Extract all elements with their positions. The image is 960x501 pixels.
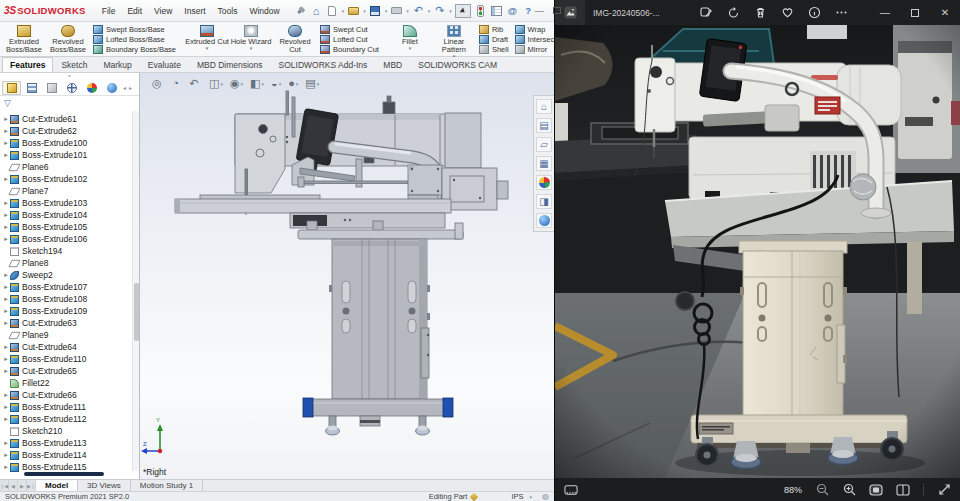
tree-item[interactable]: ▸ Boss-Extrude110 <box>0 353 132 365</box>
viewport-tool-icon[interactable]: ◧ ▾ <box>250 78 264 89</box>
previous-tab-icon[interactable]: ◀ <box>9 480 18 491</box>
commandmanager-button[interactable]: Revolved Boss/Base ▾ <box>46 23 90 55</box>
expand-arrow-icon[interactable]: ▸ <box>2 391 10 399</box>
expand-arrow-icon[interactable]: ▸ <box>2 115 10 123</box>
tree-item[interactable]: ▸ Boss-Extrude105 <box>0 221 132 233</box>
expand-arrow-icon[interactable]: ▸ <box>2 223 10 231</box>
close-button[interactable]: × <box>570 5 576 17</box>
fullscreen-icon[interactable] <box>937 483 951 497</box>
see-more-icon[interactable] <box>834 6 848 20</box>
filmstrip-icon[interactable] <box>564 483 578 497</box>
commandmanager-button[interactable]: Boundary Cut <box>320 44 379 54</box>
scrollbar-thumb[interactable] <box>134 283 139 341</box>
expand-arrow-icon[interactable]: ▸ <box>2 343 10 351</box>
tree-item[interactable]: ▸ Boss-Extrude101 <box>0 149 132 161</box>
tree-item[interactable]: ▸ Cut-Extrude65 <box>0 365 132 377</box>
commandmanager-button[interactable]: Fillet ▾ <box>388 23 432 55</box>
file-info-icon[interactable] <box>807 6 821 20</box>
scroll-right-icon[interactable]: ▸ <box>128 84 133 91</box>
tree-item[interactable]: ▸ Sketch194 <box>0 245 132 257</box>
tree-item[interactable]: ▸ Cut-Extrude61 <box>0 113 132 125</box>
menu-item[interactable]: Window <box>243 6 285 16</box>
tree-item[interactable]: ▸ Boss-Extrude109 <box>0 305 132 317</box>
tree-item[interactable]: ▸ Cut-Extrude66 <box>0 389 132 401</box>
chevron-down-icon[interactable]: ▾ <box>530 494 533 500</box>
graphics-area[interactable]: ◎ ▾ ◔ ▾ ↶ ▾ ◫ ▾ <box>0 73 554 479</box>
tree-item[interactable]: ▸ Fillet22 <box>0 377 132 389</box>
favorite-icon[interactable] <box>780 6 794 20</box>
chevron-down-icon[interactable]: ▾ <box>385 8 388 14</box>
units-label[interactable]: IPS <box>511 492 523 501</box>
print-icon[interactable] <box>390 4 403 18</box>
expand-arrow-icon[interactable]: ▸ <box>2 127 10 135</box>
commandmanager-button[interactable]: Extruded Boss/Base ▾ <box>2 23 46 55</box>
rotate-icon[interactable] <box>726 6 740 20</box>
ribbon-tab[interactable]: SOLIDWORKS Add-Ins <box>271 57 376 72</box>
maximize-button[interactable] <box>900 0 930 25</box>
tree-item[interactable]: ▸ Plane9 <box>0 329 132 341</box>
panel-tab[interactable] <box>82 81 101 95</box>
expand-arrow-icon[interactable]: ▸ <box>2 307 10 315</box>
taskpane-icon[interactable] <box>536 213 552 228</box>
ribbon-tab[interactable]: Sketch <box>53 57 95 72</box>
rollback-bar[interactable] <box>24 472 104 476</box>
expand-arrow-icon[interactable]: ▸ <box>2 367 10 375</box>
expand-arrow-icon[interactable]: ▸ <box>2 271 10 279</box>
tree-item[interactable]: ▸ Boss-Extrude107 <box>0 281 132 293</box>
maximize-button[interactable] <box>553 7 561 14</box>
zoom-out-icon[interactable] <box>815 483 829 497</box>
menu-item[interactable]: File <box>96 6 122 16</box>
viewport-tool-icon[interactable]: ◎ ▾ <box>152 78 165 89</box>
commandmanager-button[interactable]: Boundary Boss/Base <box>93 44 176 54</box>
tree-item[interactable]: ▸ Boss-Extrude100 <box>0 137 132 149</box>
viewport-tool-icon[interactable]: ● ▾ <box>288 78 298 89</box>
menu-item[interactable]: View <box>148 6 178 16</box>
viewport-tool-icon[interactable]: ◔ ▾ <box>172 78 182 89</box>
commandmanager-button[interactable]: Swept Boss/Base <box>93 24 176 34</box>
ribbon-tab[interactable]: MBD <box>375 57 410 72</box>
expand-arrow-icon[interactable]: ▸ <box>2 283 10 291</box>
chevron-down-icon[interactable]: ▾ <box>428 8 431 14</box>
fit-to-window-icon[interactable] <box>869 483 883 497</box>
expand-arrow-icon[interactable]: ▸ <box>2 355 10 363</box>
ribbon-tab[interactable]: Evaluate <box>140 57 189 72</box>
viewport-tool-icon[interactable]: ◉ ▾ <box>230 78 243 89</box>
tree-item[interactable]: ▸ Plane6 <box>0 161 132 173</box>
tree-item[interactable]: ▸ Sketch210 <box>0 425 132 437</box>
tree-item[interactable]: ▸ Plane7 <box>0 185 132 197</box>
expand-arrow-icon[interactable]: ▸ <box>2 211 10 219</box>
tree-item[interactable]: ▸ Boss-Extrude111 <box>0 401 132 413</box>
scroll-left-icon[interactable]: ◂ <box>122 84 127 91</box>
next-tab-icon[interactable]: ▶ <box>18 480 27 491</box>
panel-tab[interactable] <box>42 81 61 95</box>
commandmanager-button[interactable]: Lofted Boss/Base <box>93 34 176 44</box>
tree-item[interactable]: ▸ Cut-Extrude64 <box>0 341 132 353</box>
commandmanager-button[interactable]: Linear Pattern ▾ <box>432 23 476 55</box>
rebuild-icon[interactable] <box>474 4 487 18</box>
tree-item[interactable]: ▸ Boss-Extrude104 <box>0 209 132 221</box>
expand-arrow-icon[interactable]: ▸ <box>2 199 10 207</box>
commandmanager-button[interactable]: Revolved Cut ▾ <box>273 23 317 55</box>
commandmanager-button[interactable]: Shell <box>479 44 509 54</box>
last-tab-icon[interactable]: ▶❘ <box>27 480 36 491</box>
home-icon[interactable]: ⌂ <box>310 4 323 18</box>
tree-item[interactable]: ▸ Boss-Extrude112 <box>0 413 132 425</box>
document-tab[interactable]: Model <box>36 480 78 491</box>
panel-tab[interactable] <box>22 81 41 95</box>
help-icon[interactable]: ? <box>522 4 535 18</box>
menu-item[interactable]: Edit <box>121 6 148 16</box>
ribbon-tab[interactable]: MBD Dimensions <box>189 57 271 72</box>
tree-item[interactable]: ▸ Boss-Extrude102 <box>0 173 132 185</box>
expand-arrow-icon[interactable]: ▸ <box>2 139 10 147</box>
commandmanager-button[interactable]: Mirror <box>515 44 557 54</box>
delete-icon[interactable] <box>753 6 767 20</box>
tree-item[interactable]: ▸ Plane8 <box>0 257 132 269</box>
expand-arrow-icon[interactable]: ▸ <box>2 451 10 459</box>
commandmanager-button[interactable]: Draft <box>479 34 509 44</box>
document-tab[interactable]: 3D Views <box>78 480 131 491</box>
expand-arrow-icon[interactable]: ▸ <box>2 295 10 303</box>
taskpane-icon[interactable] <box>536 175 552 190</box>
menu-item[interactable]: Insert <box>178 6 211 16</box>
edit-image-icon[interactable] <box>699 6 713 20</box>
viewport-tool-icon[interactable]: ◒ ▾ <box>271 78 281 89</box>
